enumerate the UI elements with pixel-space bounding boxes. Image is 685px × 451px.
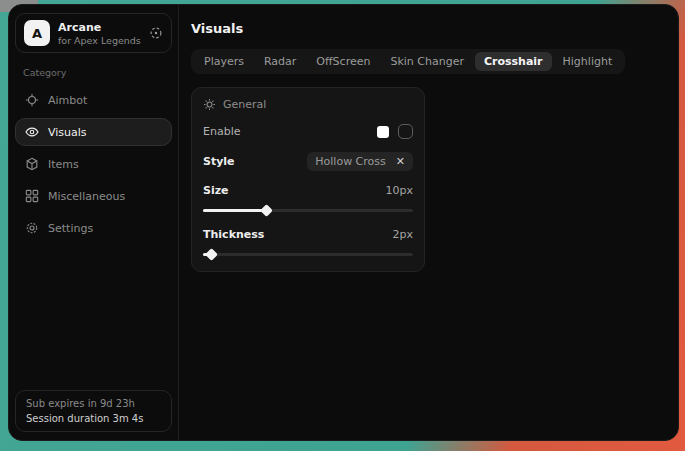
gear-icon	[25, 221, 39, 235]
sidebar-item-settings[interactable]: Settings	[15, 214, 172, 242]
thickness-slider[interactable]	[203, 250, 413, 259]
category-label: Category	[23, 67, 172, 78]
card-title: General	[223, 98, 266, 111]
enable-label: Enable	[203, 125, 240, 138]
style-label: Style	[203, 155, 235, 168]
app-window: A Arcane for Apex Legends Category	[8, 4, 679, 441]
sidebar-item-label: Visuals	[48, 126, 87, 139]
cube-icon	[25, 157, 39, 171]
sidebar-item-aimbot[interactable]: Aimbot	[15, 86, 172, 114]
general-card: General Enable Style Hollow Cross ✕	[191, 87, 425, 272]
app-subtitle: for Apex Legends	[58, 35, 141, 46]
profile-text: Arcane for Apex Legends	[58, 21, 141, 46]
tab-highlight[interactable]: Highlight	[554, 52, 622, 71]
sidebar-item-miscellaneous[interactable]: Miscellaneous	[15, 182, 172, 210]
style-select[interactable]: Hollow Cross ✕	[307, 152, 413, 171]
tab-offscreen[interactable]: OffScreen	[307, 52, 379, 71]
subscription-card: Sub expires in 9d 23h Session duration 3…	[15, 390, 172, 432]
size-slider[interactable]	[203, 206, 413, 215]
sidebar-item-label: Items	[48, 158, 79, 171]
sidebar-item-items[interactable]: Items	[15, 150, 172, 178]
tab-players[interactable]: Players	[195, 52, 253, 71]
slider-thumb[interactable]	[260, 204, 273, 217]
tab-crosshair[interactable]: Crosshair	[475, 52, 552, 71]
grid-icon	[25, 189, 39, 203]
x-icon[interactable]: ✕	[396, 156, 405, 167]
main-content: Visuals Players Radar OffScreen Skin Cha…	[179, 5, 678, 440]
thickness-label: Thickness	[203, 228, 264, 241]
sidebar-item-label: Aimbot	[48, 94, 87, 107]
session-duration-text: Session duration 3m 4s	[26, 413, 161, 424]
enable-checkbox[interactable]	[398, 124, 413, 139]
tab-radar[interactable]: Radar	[255, 52, 305, 71]
sidebar-item-label: Settings	[48, 222, 93, 235]
color-swatch[interactable]	[377, 126, 389, 138]
slider-fill	[203, 253, 211, 256]
tab-skin-changer[interactable]: Skin Changer	[381, 52, 473, 71]
app-name: Arcane	[58, 21, 141, 34]
sidebar-item-label: Miscellaneous	[48, 190, 125, 203]
eye-icon	[25, 125, 39, 139]
page-title: Visuals	[191, 21, 678, 36]
gear-sun-icon	[203, 98, 216, 111]
size-row: Size 10px	[203, 184, 413, 197]
sidebar-item-visuals[interactable]: Visuals	[15, 118, 172, 146]
size-value: 10px	[386, 184, 414, 197]
crosshair-icon	[25, 93, 39, 107]
slider-thumb[interactable]	[206, 248, 219, 261]
card-header: General	[203, 98, 413, 111]
tab-bar: Players Radar OffScreen Skin Changer Cro…	[191, 49, 625, 74]
sidebar: A Arcane for Apex Legends Category	[9, 5, 179, 440]
sub-expires-text: Sub expires in 9d 23h	[26, 398, 161, 409]
thickness-row: Thickness 2px	[203, 228, 413, 241]
size-label: Size	[203, 184, 229, 197]
thickness-value: 2px	[393, 228, 414, 241]
profile-card: A Arcane for Apex Legends	[15, 13, 172, 53]
enable-row: Enable	[203, 124, 413, 139]
slider-fill	[203, 209, 266, 212]
scan-icon[interactable]	[149, 26, 163, 40]
slider-track	[203, 253, 413, 256]
style-value: Hollow Cross	[315, 155, 386, 168]
app-logo: A	[24, 20, 50, 46]
sidebar-nav: Aimbot Visuals Items	[15, 86, 172, 242]
style-row: Style Hollow Cross ✕	[203, 152, 413, 171]
